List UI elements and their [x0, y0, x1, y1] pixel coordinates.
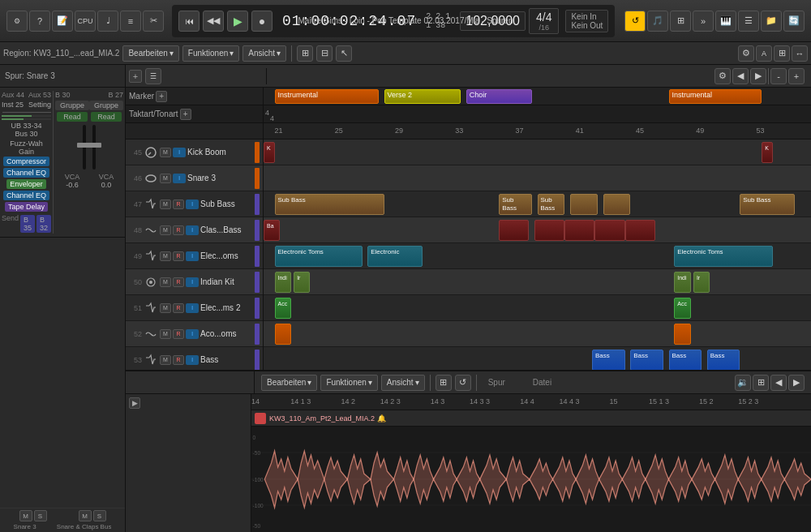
mute-46-btn[interactable]: M: [160, 174, 171, 183]
acooms-clip-2[interactable]: [674, 324, 690, 345]
zoom-out-btn[interactable]: -: [770, 68, 787, 84]
record-51-btn[interactable]: R: [173, 303, 184, 313]
gruppe1-btn[interactable]: Gruppe: [55, 101, 89, 110]
marker-instrumental-2[interactable]: Instrumental: [669, 89, 762, 104]
piano-btn[interactable]: 🎹: [715, 11, 736, 32]
mixer-btn[interactable]: ≡: [120, 11, 141, 32]
settings-icon[interactable]: ⚙: [714, 68, 731, 84]
track-row-46[interactable]: 46 M I Snare 3: [126, 165, 263, 191]
metronome-btn[interactable]: 🎵: [647, 11, 668, 32]
indiankit-clip-1[interactable]: Indi: [275, 272, 291, 293]
snap-btn[interactable]: ⊞: [670, 11, 691, 32]
fader2-thumb[interactable]: [87, 143, 101, 148]
nav-right-btn[interactable]: ▶: [750, 68, 766, 84]
back-btn[interactable]: ◀◀: [203, 11, 224, 32]
midi-btn[interactable]: ⊞: [436, 375, 452, 391]
bottom-funktionen-menu[interactable]: Funktionen ▾: [320, 375, 377, 391]
fader2-track[interactable]: [92, 125, 96, 169]
track-row-52[interactable]: 52 M R I Aco...oms: [126, 321, 263, 347]
clasbass-clip-6[interactable]: [625, 220, 655, 241]
power-46-btn[interactable]: I: [173, 174, 186, 183]
record-50-btn[interactable]: R: [173, 277, 184, 287]
channeleq2-plugin[interactable]: Channel EQ: [3, 191, 49, 200]
loop-btn[interactable]: ↺: [455, 375, 471, 391]
tool-btn-1[interactable]: ⊞: [297, 45, 313, 62]
mute1-btn[interactable]: M: [19, 510, 32, 521]
power-52-btn[interactable]: I: [186, 329, 199, 339]
power-50-btn[interactable]: I: [186, 277, 199, 287]
more-btn[interactable]: »: [693, 11, 714, 32]
list-btn[interactable]: ☰: [738, 11, 759, 32]
cycle-btn[interactable]: ↺: [624, 11, 646, 32]
electoms-clip-1[interactable]: Electronic Toms: [275, 246, 363, 267]
bass-clip-4[interactable]: Bass: [707, 350, 740, 370]
browser-btn[interactable]: 📁: [761, 11, 782, 32]
elecms2-clip-1[interactable]: Acc: [275, 298, 291, 319]
kick-clip-2[interactable]: K: [762, 142, 773, 163]
help-btn[interactable]: ?: [29, 11, 50, 32]
mute2-btn[interactable]: M: [79, 510, 92, 521]
clasbass-clip-5[interactable]: [594, 220, 624, 241]
subbass-clip-2[interactable]: Sub Bass: [499, 194, 532, 215]
ansicht-menu[interactable]: Ansicht ▾: [242, 45, 286, 62]
clasbass-clip-4[interactable]: [564, 220, 594, 241]
enveloper-plugin[interactable]: Enveloper: [6, 179, 46, 189]
mute-48-btn[interactable]: M: [160, 225, 171, 235]
track-row-53[interactable]: 53 M R I Bass: [126, 347, 263, 370]
mute-50-btn[interactable]: M: [160, 277, 171, 287]
track-row-48[interactable]: 48 M R I Clas...Bass: [126, 217, 263, 243]
indiankit-clip-3[interactable]: Indi: [674, 272, 690, 293]
subbass-clip-3[interactable]: Sub Bass: [538, 194, 565, 215]
bass-clip-3[interactable]: Bass: [669, 350, 702, 370]
zoom-in-btn[interactable]: ⚙: [738, 45, 754, 62]
marker-add-btn[interactable]: +: [156, 91, 167, 102]
track-row-47[interactable]: 47 M R I Sub Bass: [126, 191, 263, 217]
mute-45-btn[interactable]: M: [160, 148, 171, 157]
cpu-btn[interactable]: CPU: [75, 11, 96, 32]
loop-btn[interactable]: 🔄: [783, 11, 805, 32]
solo1-btn[interactable]: S: [34, 510, 47, 521]
clasbass-clip-2[interactable]: [499, 220, 529, 241]
elecms2-clip-2[interactable]: Acc: [674, 298, 690, 319]
power-48-btn[interactable]: I: [186, 225, 199, 235]
grid-btn[interactable]: ⊞: [774, 45, 790, 62]
bottom-bearbeiten-menu[interactable]: Bearbeiten ▾: [261, 375, 317, 391]
record-48-btn[interactable]: R: [173, 225, 184, 235]
indiankit-clip-2[interactable]: Ir: [294, 272, 310, 293]
record-49-btn[interactable]: R: [173, 251, 184, 261]
record-52-btn[interactable]: R: [173, 329, 184, 339]
zoom-in-btn[interactable]: +: [788, 68, 805, 84]
subbass-clip-5[interactable]: [603, 194, 631, 215]
read1-btn[interactable]: Read: [57, 112, 88, 122]
note-btn[interactable]: 📝: [52, 11, 73, 32]
electoms-clip-3[interactable]: Electronic Toms: [674, 246, 773, 267]
compressor-plugin[interactable]: Compressor: [3, 157, 49, 166]
vol-btn[interactable]: 🔉: [735, 375, 751, 391]
funktionen-menu[interactable]: Funktionen ▾: [182, 45, 239, 62]
snap-btn2[interactable]: ↔: [792, 45, 808, 62]
mute-53-btn[interactable]: M: [160, 355, 171, 365]
bearbeiten-menu[interactable]: Bearbeiten ▾: [122, 45, 178, 62]
record-53-btn[interactable]: R: [173, 355, 184, 365]
track-row-49[interactable]: 49 M R I Elec...oms: [126, 243, 263, 269]
b35-badge[interactable]: B 35: [20, 215, 35, 233]
read2-btn[interactable]: Read: [91, 112, 122, 122]
kick-clip-1[interactable]: K: [264, 142, 275, 163]
rewind-btn[interactable]: ⏮: [178, 11, 200, 32]
marker-verse2[interactable]: Verse 2: [384, 89, 461, 104]
nav-left2[interactable]: ◀: [770, 375, 787, 391]
fit-btn[interactable]: ⊞: [753, 375, 769, 391]
bottom-panel-btn[interactable]: ▶: [129, 397, 140, 409]
subbass-clip-1[interactable]: Sub Bass: [275, 194, 384, 215]
play-btn[interactable]: ▶: [227, 11, 248, 32]
record-47-btn[interactable]: R: [173, 200, 184, 209]
electoms-clip-2[interactable]: Electronic: [367, 246, 423, 267]
marker-instrumental-1[interactable]: Instrumental: [275, 89, 379, 104]
fader1-track[interactable]: [83, 125, 86, 169]
track-row-51[interactable]: 51 M R I Elec...ms 2: [126, 295, 263, 321]
power-49-btn[interactable]: I: [186, 251, 199, 261]
power-53-btn[interactable]: I: [186, 355, 199, 365]
subbass-clip-6[interactable]: Sub Bass: [740, 194, 795, 215]
nav-right2[interactable]: ▶: [788, 375, 805, 391]
track-row-50[interactable]: 50 M R I Indian Kit: [126, 269, 263, 295]
